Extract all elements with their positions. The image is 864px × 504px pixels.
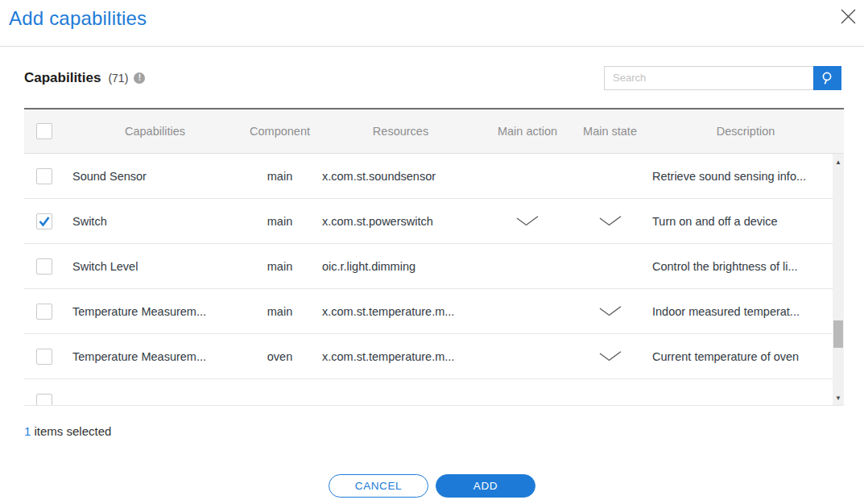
table-row[interactable]: Sound Sensor main x.com.st.soundsensor R…: [24, 154, 833, 199]
action-buttons: CANCEL ADD: [0, 474, 864, 498]
table-body-viewport: Sound Sensor main x.com.st.soundsensor R…: [24, 154, 844, 406]
search-icon: [821, 71, 834, 85]
cell-main-action: [487, 216, 568, 226]
cell-capability: Temperature Measurem...: [64, 305, 246, 318]
cell-resources: x.com.st.temperature.m...: [314, 350, 487, 363]
cell-main-state: [568, 306, 652, 316]
selection-status: 1 items selected: [24, 424, 111, 438]
cell-capability: Switch Level: [64, 260, 246, 273]
main-state-check-icon: [599, 306, 622, 316]
page-title: Add capabilities: [9, 7, 147, 30]
scrollbar-up-arrow-icon[interactable]: ▲: [833, 155, 844, 168]
table-rows: Sound Sensor main x.com.st.soundsensor R…: [24, 154, 833, 406]
cell-description: Current temperature of oven: [652, 350, 833, 363]
table-row-partial[interactable]: [24, 379, 833, 406]
add-capabilities-modal: Add capabilities Capabilities (71) !: [0, 0, 864, 504]
cell-resources: x.com.st.temperature.m...: [314, 305, 487, 318]
table-header-row: Capabilities Component Resources Main ac…: [24, 109, 844, 154]
vertical-scrollbar[interactable]: ▲ ▼: [833, 154, 844, 406]
table-row[interactable]: Switch main x.com.st.powerswitch Turn on…: [24, 199, 833, 244]
check-icon: [38, 215, 51, 228]
row-checkbox[interactable]: [36, 349, 52, 365]
table-row[interactable]: Temperature Measurem... main x.com.st.te…: [24, 289, 833, 334]
header-divider: [0, 46, 864, 47]
row-checkbox[interactable]: [36, 168, 52, 184]
add-button[interactable]: ADD: [436, 474, 535, 498]
cell-description: Retrieve sound sensing info...: [652, 170, 833, 183]
capability-count: (71): [108, 72, 128, 85]
cell-component: main: [246, 305, 314, 318]
cell-main-state: [568, 216, 652, 226]
main-state-check-icon: [599, 216, 622, 226]
scrollbar-thumb[interactable]: [833, 320, 843, 348]
capabilities-table: Capabilities Component Resources Main ac…: [24, 108, 844, 406]
main-state-check-icon: [599, 351, 622, 361]
cell-resources: x.com.st.powerswitch: [314, 215, 487, 228]
selected-label: items selected: [35, 424, 112, 438]
search-input[interactable]: [604, 66, 813, 90]
section-title: Capabilities (71) !: [24, 70, 145, 86]
section-title-label: Capabilities: [24, 70, 101, 86]
row-checkbox-checked[interactable]: [36, 213, 52, 229]
cell-resources: x.com.st.soundsensor: [314, 170, 487, 183]
cell-component: oven: [246, 350, 314, 363]
main-action-check-icon: [516, 216, 539, 226]
cell-capability: Sound Sensor: [64, 170, 246, 183]
cell-component: main: [246, 260, 314, 273]
cell-capability: Temperature Measurem...: [64, 350, 246, 363]
col-header-component: Component: [246, 125, 314, 138]
selected-count: 1: [24, 424, 31, 438]
search-button[interactable]: [813, 66, 841, 90]
cell-description: Turn on and off a device: [652, 215, 833, 228]
row-checkbox[interactable]: [36, 258, 52, 275]
select-all-checkbox[interactable]: [36, 123, 52, 139]
col-header-resources: Resources: [314, 125, 487, 138]
col-header-capabilities: Capabilities: [64, 125, 246, 138]
cell-component: main: [246, 215, 314, 228]
search-bar: [604, 66, 841, 90]
cell-capability: Switch: [64, 215, 246, 228]
toolbar: Capabilities (71) !: [24, 65, 841, 90]
col-header-main-state: Main state: [568, 125, 652, 138]
cell-description: Indoor measured temperat...: [652, 305, 833, 318]
close-icon[interactable]: [837, 6, 858, 27]
table-row[interactable]: Temperature Measurem... oven x.com.st.te…: [24, 334, 833, 379]
table-row[interactable]: Switch Level main oic.r.light.dimming Co…: [24, 244, 833, 289]
scrollbar-down-arrow-icon[interactable]: ▼: [833, 391, 844, 404]
col-header-main-action: Main action: [487, 125, 568, 138]
row-checkbox[interactable]: [36, 394, 52, 407]
cell-description: Control the brightness of li...: [652, 260, 833, 273]
cancel-button[interactable]: CANCEL: [329, 474, 428, 498]
cell-resources: oic.r.light.dimming: [314, 260, 487, 273]
col-header-description: Description: [652, 125, 844, 138]
cell-component: main: [246, 170, 314, 183]
row-checkbox[interactable]: [36, 304, 52, 320]
info-icon[interactable]: !: [134, 72, 145, 84]
cell-main-state: [568, 351, 652, 361]
select-all-cell: [24, 123, 64, 139]
